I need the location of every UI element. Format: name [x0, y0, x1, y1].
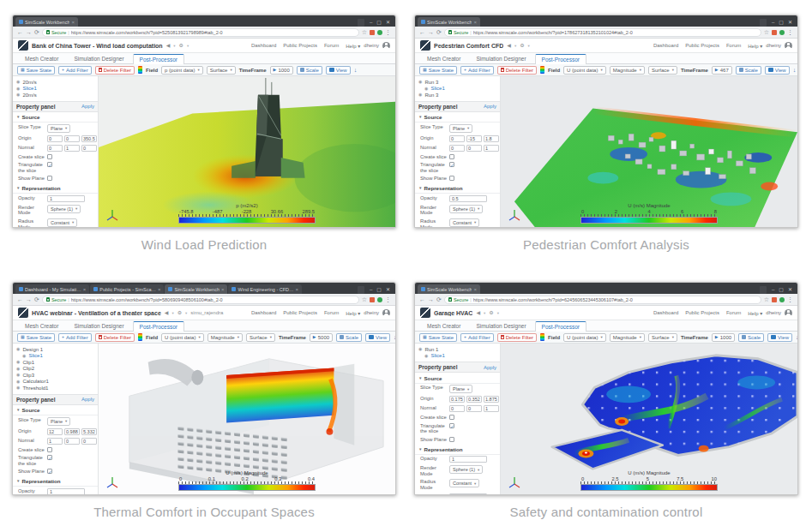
close-icon[interactable]: ✕	[788, 19, 792, 25]
username-label[interactable]: dheiny	[766, 43, 781, 48]
tree-item[interactable]: ◉Run 3	[418, 79, 500, 86]
max-pixel-size-input[interactable]	[449, 493, 487, 494]
extension-icon-red[interactable]	[370, 297, 375, 302]
tree-item[interactable]: ◉Design 1	[16, 346, 98, 353]
tree-item[interactable]: ◉20m/s	[16, 79, 98, 86]
browser-tab[interactable]: Dashboard - My Simulati…×	[15, 284, 89, 294]
apply-button[interactable]: Apply	[484, 365, 496, 370]
app-tab[interactable]: Post-Processor	[535, 321, 586, 332]
user-avatar[interactable]	[785, 42, 792, 50]
extension-icon-green[interactable]	[779, 30, 785, 35]
opacity-input[interactable]	[47, 195, 85, 202]
tab-close-icon[interactable]: ×	[473, 287, 477, 292]
view-button[interactable]: View	[767, 333, 792, 342]
timeframe-control[interactable]: ▶ 5000	[310, 333, 333, 342]
tab-close-icon[interactable]: ×	[296, 287, 299, 292]
opacity-input[interactable]	[47, 488, 85, 494]
browser-menu-icon[interactable]: ⋮	[787, 29, 793, 35]
reload-icon[interactable]: ⟳	[34, 29, 39, 35]
slice-type-select[interactable]: Plane▾	[47, 417, 70, 426]
bookmark-star-icon[interactable]: ☆	[764, 29, 769, 35]
visibility-eye-icon[interactable]: ◉	[16, 360, 20, 364]
normal-x-input[interactable]	[449, 405, 465, 412]
origin-y-input[interactable]	[64, 428, 80, 435]
announce-icon[interactable]: ◀	[476, 310, 480, 315]
tree-item[interactable]: ◉20m/s	[16, 92, 98, 99]
extension-icon-red[interactable]	[772, 297, 777, 302]
triangulate-checkbox[interactable]	[449, 423, 454, 428]
maximize-icon[interactable]: ▢	[779, 19, 784, 25]
browser-menu-icon[interactable]: ⋮	[787, 296, 793, 302]
tab-close-icon[interactable]: ×	[71, 20, 75, 25]
minimize-icon[interactable]: –	[772, 20, 774, 25]
url-field[interactable]: Secure | https://www.simscale.com/workbe…	[444, 296, 761, 304]
visibility-eye-icon[interactable]: ◉	[424, 87, 428, 91]
minimize-icon[interactable]: –	[772, 287, 774, 292]
tree-item[interactable]: ◉Slice1	[418, 353, 500, 360]
colormap-icon[interactable]	[540, 66, 544, 74]
normal-y-input[interactable]	[64, 438, 80, 445]
username-label[interactable]: dheiny	[364, 310, 379, 315]
nav-item[interactable]: Dashboard	[251, 310, 276, 315]
nav-item[interactable]: Public Projects	[685, 43, 719, 48]
tree-item[interactable]: ◉Clip2	[16, 366, 98, 373]
scale-button[interactable]: Scale	[736, 66, 761, 75]
normal-y-input[interactable]	[466, 405, 482, 412]
colormap-icon[interactable]	[540, 333, 544, 341]
nav-item[interactable]: Public Projects	[283, 310, 317, 315]
browser-menu-icon[interactable]: ⋮	[385, 29, 391, 35]
forward-icon[interactable]: →	[428, 29, 434, 35]
close-icon[interactable]: ✕	[788, 286, 792, 292]
close-icon[interactable]: ✕	[386, 286, 390, 292]
magnitude-select[interactable]: Magnitude▾	[208, 333, 243, 342]
normal-y-input[interactable]	[466, 145, 482, 152]
settings-gear-icon[interactable]: ⚙	[179, 43, 183, 48]
opacity-input[interactable]	[449, 456, 487, 463]
timeframe-control[interactable]: ▶ 1000	[712, 333, 735, 342]
source-section-header[interactable]: ▼ Source	[13, 405, 98, 416]
tree-item[interactable]: ◉Clip1	[16, 359, 98, 366]
visibility-eye-icon[interactable]: ◉	[16, 386, 20, 390]
screenshot-download-icon[interactable]: ↓	[394, 334, 395, 340]
normal-z-input[interactable]	[484, 405, 499, 412]
viewport-3d[interactable]: U (m/s) Magnitude 02.557.510	[501, 344, 797, 494]
visibility-eye-icon[interactable]: ◉	[16, 380, 20, 384]
show-plane-checkbox[interactable]	[47, 176, 52, 181]
nav-item[interactable]: Public Projects	[685, 310, 719, 315]
viewport-3d[interactable]: p (m2/s2) -745.8-487-22830.66289.5	[99, 76, 395, 227]
new-tab-button[interactable]	[358, 19, 364, 27]
view-button[interactable]: View	[765, 66, 790, 75]
tab-close-icon[interactable]: ×	[83, 287, 87, 292]
visibility-eye-icon[interactable]: ◉	[16, 373, 20, 377]
tree-item[interactable]: ◉Clip3	[16, 372, 98, 379]
origin-x-input[interactable]	[449, 396, 465, 403]
scale-button[interactable]: Scale	[336, 333, 362, 342]
delete-filter-button[interactable]: Delete Filter	[95, 333, 135, 342]
announce-icon[interactable]: ◀	[507, 43, 511, 48]
origin-y-input[interactable]	[466, 135, 482, 142]
user-avatar[interactable]	[382, 309, 390, 317]
tree-item[interactable]: ◉Slice1	[16, 86, 98, 93]
forward-icon[interactable]: →	[26, 29, 32, 35]
surface-select[interactable]: Surface▾	[648, 333, 677, 342]
field-select[interactable]: U (point data)▾	[161, 333, 204, 342]
normal-x-input[interactable]	[47, 438, 63, 445]
forward-icon[interactable]: →	[428, 296, 434, 302]
play-icon[interactable]: ▶	[274, 68, 277, 72]
create-slice-checkbox[interactable]	[47, 447, 52, 452]
add-filter-button[interactable]: + Add Filter	[58, 333, 92, 342]
add-filter-button[interactable]: + Add Filter	[460, 66, 494, 75]
magnitude-select[interactable]: Magnitude▾	[610, 333, 645, 342]
browser-tab[interactable]: SimScale Workbench×	[418, 284, 480, 294]
origin-y-input[interactable]	[64, 135, 80, 142]
app-tab[interactable]: Simulation Designer	[67, 320, 130, 332]
create-slice-checkbox[interactable]	[47, 154, 52, 159]
app-tab[interactable]: Post-Processor	[535, 54, 586, 65]
settings-gear-icon[interactable]: ⚙	[520, 43, 524, 48]
view-button[interactable]: View	[326, 66, 351, 75]
save-state-button[interactable]: ▦ Save State	[17, 66, 55, 75]
browser-menu-icon[interactable]: ⋮	[385, 296, 391, 302]
origin-x-input[interactable]	[47, 135, 63, 142]
representation-section-header[interactable]: ▼ Representation	[415, 444, 500, 455]
delete-filter-button[interactable]: Delete Filter	[497, 66, 537, 75]
